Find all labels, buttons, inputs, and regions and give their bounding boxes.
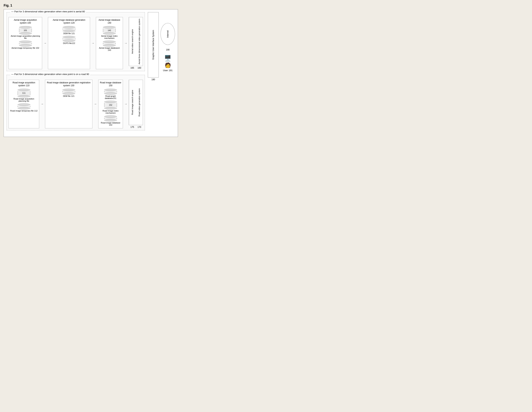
cyl-top bbox=[18, 89, 30, 91]
aerial-dbgen-box: Aerial image database generation system … bbox=[48, 17, 90, 69]
arrow5: → bbox=[94, 80, 97, 128]
arrow1: → bbox=[44, 17, 47, 69]
cyl-body: 111 bbox=[18, 91, 30, 95]
aerial-acquisition-box: Aerial image acquisition system 100 101 … bbox=[9, 17, 42, 69]
figure-label: Fig. 1 bbox=[4, 4, 178, 8]
gui-system-box: Graphic User Interface System bbox=[148, 12, 159, 77]
cyl-top bbox=[104, 101, 117, 103]
road-cyl2: Road image temporary file 112 bbox=[10, 104, 38, 112]
aerial-cyl1: 101 Aerial image acquisition planning fi… bbox=[10, 26, 40, 39]
cyl-text: Aerial image databaseλ 143 bbox=[97, 47, 121, 51]
cyl-bottom bbox=[62, 92, 75, 95]
road-engine-nums: 175 170 bbox=[129, 126, 143, 128]
internet-label: Internet bbox=[167, 30, 169, 38]
outer-diagram-box: Part for 3 dimensional video generation … bbox=[4, 9, 178, 137]
cyl-top bbox=[19, 41, 32, 43]
cyl-top bbox=[104, 115, 117, 118]
cyl-body bbox=[104, 91, 117, 92]
user-label: User 191 bbox=[163, 69, 173, 72]
cyl-bottom bbox=[63, 30, 75, 32]
aerial-engine-nums: 165 160 bbox=[129, 67, 143, 69]
cyl-bottom bbox=[104, 107, 117, 109]
road-db-cyl2: 152 Road image index mechanism bbox=[100, 101, 121, 114]
road-dbgen-cyl1: DEM file 121 bbox=[62, 89, 75, 97]
arrow6: → bbox=[124, 80, 127, 128]
gui-num-label: 180 bbox=[152, 78, 155, 81]
sections-column: Part for 3 dimensional video generation … bbox=[7, 12, 145, 134]
road-section-label: Part for 3 dimensional video generation … bbox=[10, 73, 90, 76]
cyl-body: 152 bbox=[104, 103, 117, 107]
cyl-top bbox=[63, 26, 75, 28]
road-acquisition-title: Road image acquisition system 110 bbox=[10, 81, 38, 87]
cyl-body bbox=[104, 118, 117, 119]
cyl-body: 101 bbox=[19, 28, 32, 32]
road-acquisition-box: Road image acquisition system 110 111 Ro… bbox=[9, 80, 39, 128]
aerial-section-content: Aerial image acquisition system 100 101 … bbox=[9, 17, 143, 69]
road-cyl1: 111 Road image acquisition planning file bbox=[10, 89, 38, 102]
arrow4: → bbox=[41, 80, 44, 128]
road-image-search-col: Road image search engine bbox=[129, 80, 136, 125]
gui-wrapper: Graphic User Interface System 180 bbox=[148, 12, 159, 81]
cyl-top bbox=[103, 26, 116, 28]
cyl-body bbox=[19, 43, 32, 44]
aerial-engine-num1: 165 bbox=[130, 67, 134, 69]
cyl-top bbox=[103, 41, 116, 43]
cyl-bottom bbox=[104, 92, 117, 95]
cyl-body bbox=[18, 106, 30, 107]
cyl-text: DEM file 121 bbox=[63, 32, 75, 35]
road-engine-wrapper: Road image search engine Road video gene… bbox=[129, 80, 143, 128]
aerial-engine-wrapper: Aerial video search engine Aerial three … bbox=[129, 17, 143, 69]
cyl-label: 111 bbox=[22, 92, 25, 94]
cyl-bottom bbox=[18, 107, 30, 109]
monitor-icon: 🖥️ bbox=[164, 55, 171, 62]
cyl-body bbox=[63, 38, 75, 39]
cyl-body: 142 bbox=[103, 28, 116, 32]
road-db-box: Road image database 150 Road graph datab… bbox=[98, 80, 123, 128]
road-section-box: Part for 3 dimensional video generation … bbox=[7, 75, 145, 130]
aerial-dbgen-cyl1: DEM file 121 bbox=[63, 26, 75, 35]
person-icon: 🧑 bbox=[165, 62, 171, 68]
gui-label: Graphic User Interface System bbox=[152, 30, 154, 60]
aerial-video-search-col: Aerial video search engine bbox=[129, 17, 136, 66]
cyl-body bbox=[63, 28, 75, 30]
cyl-label: 101 bbox=[24, 29, 27, 32]
aerial-acquisition-title: Aerial image acquisition system 100 bbox=[10, 19, 40, 24]
cyl-bottom bbox=[104, 119, 117, 121]
road-engine-num1: 175 bbox=[130, 126, 134, 128]
cyl-text: Road image database 153 bbox=[100, 122, 121, 126]
user-area: 🖥️ 🧑 User 191 bbox=[163, 55, 173, 72]
aerial-db-cyl2: Aerial image databaseλ 143 bbox=[97, 41, 121, 51]
road-video-gen-col: Road video generation system bbox=[136, 80, 143, 125]
cyl-top bbox=[18, 104, 30, 106]
right-panel: Graphic User Interface System 180 Intern… bbox=[148, 12, 175, 81]
aerial-section-box: Part for 3 dimensional video generation … bbox=[7, 12, 145, 71]
arrow3: → bbox=[124, 17, 127, 69]
aerial-section-label: Part for 3 dimensional video generation … bbox=[10, 10, 86, 13]
internet-oval: Internet bbox=[161, 23, 175, 45]
road-db-title: Road image database 150 bbox=[100, 81, 121, 87]
cyl-text: Aerial image index mechanism bbox=[97, 35, 121, 39]
cyl-text: Road image index mechanism bbox=[100, 110, 121, 114]
road-db-cyl1: Road graph database151 bbox=[100, 89, 121, 99]
arrow2: → bbox=[92, 17, 95, 69]
cyl-text: Road image acquisition planning file bbox=[10, 98, 38, 102]
road-dbgen-title: Road image database generation registrat… bbox=[47, 81, 91, 87]
main-layout: Part for 3 dimensional video generation … bbox=[7, 12, 175, 134]
aerial-db-title: Aerial image database 140 bbox=[97, 19, 121, 24]
cyl-top bbox=[19, 26, 32, 28]
cyl-text: Aerial image acquisition planning file bbox=[10, 35, 40, 39]
aerial-dbgen-title: Aerial image database generation system … bbox=[49, 19, 88, 24]
cyl-bottom bbox=[103, 44, 116, 47]
aerial-dbgen-cyl2: DGPS file122 bbox=[63, 36, 75, 44]
cyl-label: 142 bbox=[108, 29, 111, 32]
aerial-engine-num2: 160 bbox=[137, 67, 141, 69]
cyl-bottom bbox=[19, 44, 32, 47]
cyl-bottom bbox=[63, 39, 75, 42]
internet-user-col: Internet 190 🖥️ 🧑 User 191 bbox=[161, 23, 175, 72]
cyl-bottom bbox=[18, 95, 30, 97]
cyl-body bbox=[62, 91, 75, 92]
cyl-text: Road image temporary file 112 bbox=[10, 110, 38, 112]
cyl-text: DEM file 121 bbox=[63, 95, 75, 97]
cyl-text: DGPS file122 bbox=[63, 42, 75, 44]
cyl-label: 152 bbox=[109, 104, 112, 106]
